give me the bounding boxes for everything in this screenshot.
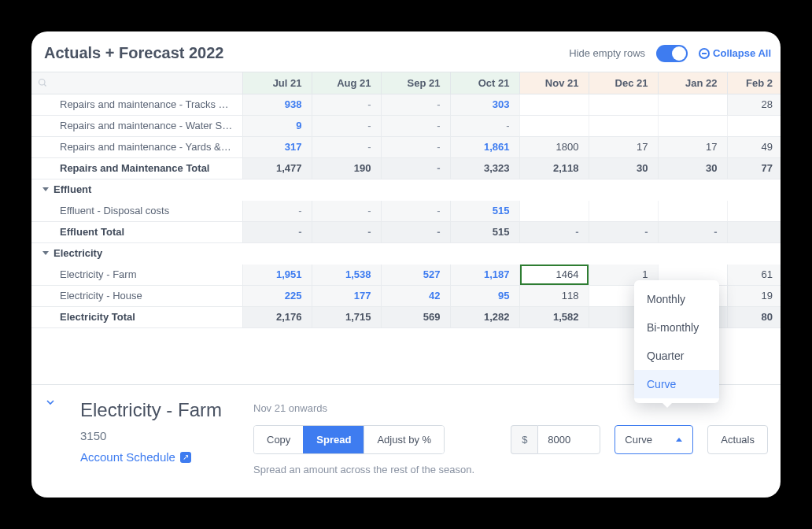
cell[interactable]: -: [312, 200, 381, 221]
cell[interactable]: -: [242, 200, 312, 221]
row-label[interactable]: Repairs and maintenance - Tracks a…: [31, 98, 233, 110]
cell[interactable]: 30: [589, 157, 658, 179]
cell[interactable]: 303: [450, 94, 519, 115]
dropdown-option[interactable]: Curve: [634, 370, 719, 398]
cell[interactable]: 1,538: [312, 264, 381, 285]
row-label[interactable]: Effluent Total: [31, 226, 233, 238]
cell[interactable]: 190: [312, 157, 381, 179]
cell[interactable]: 569: [381, 306, 450, 327]
cell[interactable]: [658, 200, 727, 221]
cell[interactable]: -: [312, 221, 381, 242]
cell[interactable]: -: [519, 221, 589, 242]
cell[interactable]: 77: [727, 157, 781, 179]
col-header[interactable]: Sep 21: [381, 72, 450, 94]
adjust-button[interactable]: Adjust by %: [364, 426, 444, 453]
cell[interactable]: [727, 221, 781, 242]
cell[interactable]: [658, 94, 727, 115]
cell[interactable]: 17: [658, 136, 727, 157]
cell[interactable]: 2,176: [242, 306, 312, 327]
cell[interactable]: 17: [589, 136, 658, 157]
cell[interactable]: 19: [727, 285, 781, 306]
row-label[interactable]: Electricity Total: [31, 311, 233, 323]
spread-type-select[interactable]: Curve: [615, 425, 693, 454]
account-schedule-link[interactable]: Account Schedule: [80, 450, 191, 464]
cell[interactable]: -: [381, 221, 450, 242]
search-input[interactable]: [38, 72, 233, 94]
cell[interactable]: [658, 115, 727, 136]
col-header[interactable]: Feb 2: [727, 72, 781, 94]
cell[interactable]: 95: [450, 285, 519, 306]
dropdown-option[interactable]: Monthly: [634, 285, 719, 313]
cell[interactable]: -: [381, 200, 450, 221]
col-header[interactable]: Aug 21: [312, 72, 381, 94]
cell[interactable]: -: [450, 115, 519, 136]
cell[interactable]: 61: [727, 264, 781, 285]
dropdown-option[interactable]: Bi-monthly: [634, 313, 719, 342]
cell[interactable]: 42: [381, 285, 450, 306]
actuals-button[interactable]: Actuals: [707, 425, 768, 454]
cell[interactable]: [519, 94, 589, 115]
collapse-panel-button[interactable]: [46, 398, 55, 407]
col-header[interactable]: Dec 21: [589, 72, 658, 94]
cell[interactable]: -: [381, 136, 450, 157]
cell[interactable]: -: [658, 221, 727, 242]
cell[interactable]: [519, 115, 589, 136]
row-label[interactable]: Repairs and maintenance - Water Su…: [31, 120, 233, 131]
cell[interactable]: -: [381, 94, 450, 115]
cell[interactable]: [589, 94, 658, 115]
amount-input[interactable]: [537, 425, 600, 454]
cell[interactable]: 1800: [519, 136, 589, 157]
col-header[interactable]: Oct 21: [450, 72, 519, 94]
spread-button[interactable]: Spread: [303, 426, 364, 453]
cell[interactable]: 80: [727, 306, 781, 327]
cell[interactable]: [589, 200, 658, 221]
cell[interactable]: -: [312, 94, 381, 115]
cell[interactable]: 1,861: [450, 136, 519, 157]
cell[interactable]: 177: [312, 285, 381, 306]
row-label[interactable]: Repairs and maintenance - Yards & F…: [31, 141, 233, 153]
cell[interactable]: 118: [519, 285, 589, 306]
cell[interactable]: 527: [381, 264, 450, 285]
cell[interactable]: -: [381, 115, 450, 136]
col-header[interactable]: Jul 21: [242, 72, 312, 94]
cell[interactable]: 1,187: [450, 264, 519, 285]
cell[interactable]: 3,323: [450, 157, 519, 179]
row-label[interactable]: Effluent - Disposal costs: [31, 205, 233, 216]
cell[interactable]: [727, 200, 781, 221]
row-label[interactable]: Electricity - House: [31, 290, 233, 301]
cell[interactable]: -: [589, 221, 658, 242]
collapse-all-button[interactable]: Collapse All: [699, 47, 771, 59]
cell[interactable]: 225: [242, 285, 312, 306]
cell[interactable]: -: [242, 221, 312, 242]
cell[interactable]: 1,282: [450, 306, 519, 327]
cell[interactable]: 1,715: [312, 306, 381, 327]
row-label[interactable]: Electricity - Farm: [31, 268, 233, 280]
cell[interactable]: 1464: [519, 264, 589, 285]
cell[interactable]: 1,582: [519, 306, 589, 327]
cell[interactable]: 9: [242, 115, 312, 136]
cell[interactable]: 938: [242, 94, 312, 115]
col-header[interactable]: Nov 21: [519, 72, 589, 94]
col-header[interactable]: Jan 22: [658, 72, 727, 94]
cell[interactable]: 49: [727, 136, 781, 157]
row-label[interactable]: Repairs and Maintenance Total: [31, 162, 233, 174]
cell[interactable]: 1,951: [242, 264, 312, 285]
group-toggle[interactable]: Effluent: [31, 183, 773, 195]
cell[interactable]: 515: [450, 221, 519, 242]
cell[interactable]: 515: [450, 200, 519, 221]
cell[interactable]: [727, 115, 781, 136]
cell[interactable]: [519, 200, 589, 221]
group-toggle[interactable]: Electricity: [31, 247, 773, 259]
copy-button[interactable]: Copy: [254, 426, 303, 453]
cell[interactable]: 28: [727, 94, 781, 115]
hide-empty-toggle[interactable]: [656, 45, 688, 62]
cell[interactable]: -: [381, 157, 450, 179]
cell[interactable]: 30: [658, 157, 727, 179]
cell[interactable]: 2,118: [519, 157, 589, 179]
cell[interactable]: 317: [242, 136, 312, 157]
cell[interactable]: 1,477: [242, 157, 312, 179]
cell[interactable]: -: [312, 115, 381, 136]
cell[interactable]: [589, 115, 658, 136]
cell[interactable]: -: [312, 136, 381, 157]
dropdown-option[interactable]: Quarter: [634, 342, 719, 370]
